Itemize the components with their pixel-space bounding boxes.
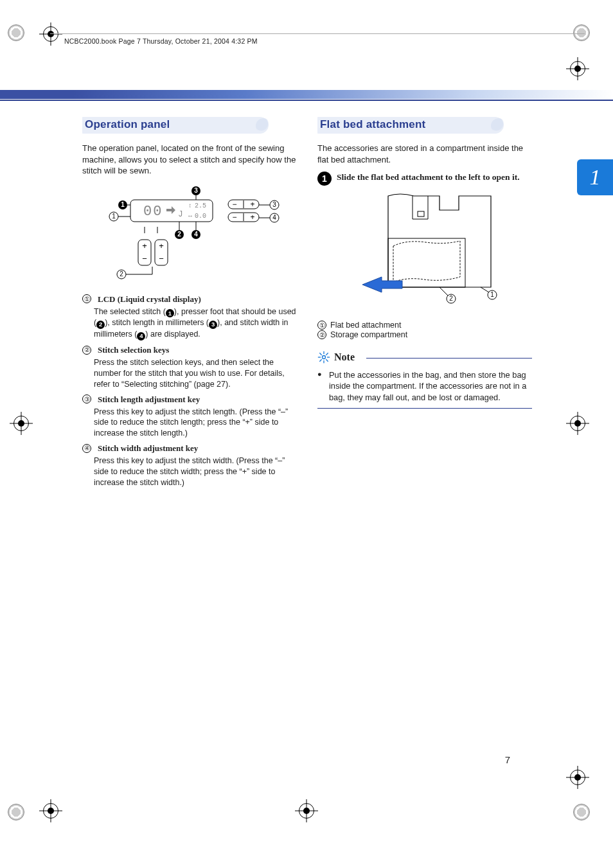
inline-callout-icon: 4 [137, 332, 145, 341]
svg-text:00: 00 [143, 204, 163, 220]
svg-text:−: − [232, 200, 236, 209]
svg-text:+: + [250, 200, 254, 209]
callout-list: ① Flat bed attachment ② Storage compartm… [317, 321, 532, 339]
legend-desc: Press this key to adjust the stitch leng… [94, 407, 297, 439]
svg-text:2.5: 2.5 [195, 202, 206, 209]
legend-marker: ② [82, 346, 91, 355]
legend-desc: Press the stitch selection keys, and the… [94, 357, 297, 390]
step-text: Slide the flat bed attachment to the lef… [337, 172, 520, 186]
legend-list: ① LCD (Liquid crystal display) The selec… [82, 294, 297, 488]
step-badge: 1 [317, 172, 332, 186]
legend-desc: Press this key to adjust the stitch widt… [94, 456, 297, 488]
operation-panel-figure: 00 J ↕ 2.5 ↔ 0.0 − + − + [93, 183, 286, 286]
svg-text:2: 2 [177, 231, 181, 238]
note-rule [366, 358, 532, 359]
svg-text:4: 4 [272, 214, 276, 221]
blue-underline [0, 100, 613, 101]
callout-text: Storage compartment [330, 330, 407, 339]
section-title: Operation panel [82, 117, 297, 131]
svg-line-54 [440, 287, 448, 296]
legend-title: Stitch length adjustment key [98, 394, 200, 404]
section-heading: Flat bed attachment [317, 117, 532, 136]
svg-text:+: + [159, 241, 164, 251]
svg-line-61 [326, 359, 328, 361]
svg-text:4: 4 [194, 231, 198, 238]
crop-mark-icon [573, 24, 590, 41]
note-footer-rule [317, 408, 532, 409]
legend-title: LCD (Liquid crystal display) [98, 294, 201, 304]
header-stamp: NCBC2000.book Page 7 Thursday, October 2… [64, 37, 258, 45]
svg-text:−: − [142, 254, 147, 263]
burst-icon [317, 351, 330, 364]
note-text: Put the accessories in the bag, and then… [317, 369, 532, 403]
registration-mark-icon [571, 62, 585, 76]
svg-text:↕: ↕ [188, 202, 192, 209]
svg-text:−: − [232, 213, 236, 222]
registration-mark-icon [44, 804, 58, 818]
section-heading: Operation panel [82, 117, 297, 136]
callout-marker: ① [317, 321, 326, 330]
blue-band [0, 90, 613, 99]
step-item: 1 Slide the flat bed attachment to the l… [317, 172, 532, 186]
svg-text:2: 2 [449, 295, 453, 302]
svg-text:−: − [159, 254, 164, 263]
svg-text:+: + [250, 213, 254, 222]
chapter-tab: 1 [577, 159, 613, 195]
svg-line-63 [326, 353, 328, 355]
inline-callout-icon: 1 [166, 309, 174, 317]
section-intro: The operation panel, located on the fron… [82, 143, 297, 177]
svg-rect-46 [418, 211, 424, 217]
legend-title: Stitch selection keys [98, 345, 169, 355]
svg-marker-48 [362, 277, 402, 292]
svg-text:+: + [142, 241, 147, 251]
legend-desc: The selected stitch (1), presser foot th… [94, 306, 297, 341]
callout-marker: ② [317, 330, 326, 339]
right-column: Flat bed attachment The accessories are … [317, 117, 532, 492]
svg-text:1: 1 [490, 291, 494, 298]
callout-text: Flat bed attachment [330, 321, 401, 330]
crop-mark-icon [8, 24, 24, 41]
legend-marker: ① [82, 294, 91, 303]
svg-text:1: 1 [112, 213, 116, 220]
svg-text:1: 1 [121, 201, 125, 208]
header-rule [50, 33, 585, 34]
legend-title: Stitch width adjustment key [98, 443, 198, 453]
crop-mark-icon [573, 804, 590, 820]
svg-text:3: 3 [194, 187, 198, 194]
svg-line-60 [319, 353, 321, 355]
svg-text:J: J [179, 209, 182, 218]
registration-mark-icon [14, 416, 28, 430]
note-label: Note [334, 351, 355, 363]
legend-marker: ④ [82, 444, 91, 453]
svg-line-51 [481, 287, 489, 292]
crop-mark-icon [8, 804, 24, 820]
page-number: 7 [505, 754, 510, 765]
svg-text:2: 2 [120, 270, 123, 278]
flatbed-figure: 1 2 [343, 191, 510, 313]
svg-text:0.0: 0.0 [195, 213, 206, 220]
svg-text:↔: ↔ [188, 213, 192, 220]
inline-callout-icon: 2 [96, 321, 105, 329]
svg-point-55 [323, 356, 326, 359]
legend-marker: ③ [82, 394, 91, 403]
inline-callout-icon: 3 [209, 321, 217, 329]
svg-text:3: 3 [272, 201, 276, 208]
registration-mark-icon [571, 770, 585, 784]
section-title: Flat bed attachment [317, 117, 532, 131]
section-intro: The accessories are stored in a compartm… [317, 143, 532, 165]
left-column: Operation panel The operation panel, loc… [82, 117, 297, 492]
svg-line-62 [319, 359, 321, 361]
note-heading: Note [317, 351, 532, 364]
registration-mark-icon [299, 804, 314, 818]
registration-mark-icon [44, 27, 58, 41]
registration-mark-icon [571, 416, 585, 430]
